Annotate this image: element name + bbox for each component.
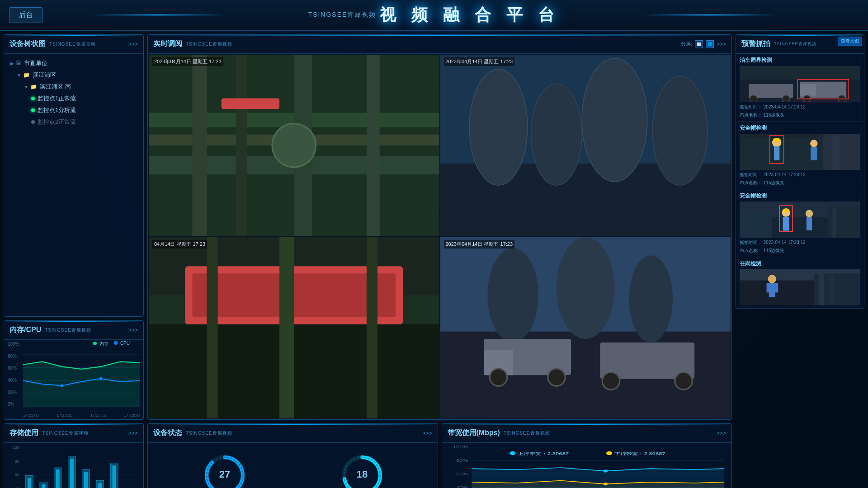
bottom-center-row: 设备状态 TSINGSEE青犀视频 >>> 27 已启用: [147, 423, 732, 488]
svg-rect-136: [783, 208, 789, 212]
video-cell-2[interactable]: 2023年04月14日 星期五 17:23: [440, 55, 731, 236]
header-logo: TSINGSEE青犀视频: [308, 11, 377, 19]
realtime-header: 实时调阅 TSINGSEE青犀视频 分屏:: [148, 35, 731, 54]
device-status-more[interactable]: >>>: [422, 430, 432, 436]
svg-point-107: [509, 451, 515, 455]
bandwidth-header: 带宽使用(Mbps) TSINGSEE青犀视频 >>>: [442, 424, 732, 443]
device-status-title: 设备状态: [153, 428, 182, 438]
svg-point-81: [675, 372, 692, 389]
svg-point-119: [782, 95, 789, 102]
svg-point-78: [547, 368, 565, 386]
svg-rect-135: [783, 217, 789, 231]
svg-rect-48: [192, 55, 207, 236]
single-view-icon[interactable]: [695, 40, 703, 48]
video-cell-4[interactable]: 2023年04月14日 星期五 17:23: [440, 237, 731, 419]
device-tree-panel: 设备树状图 TSINGSEE青犀视频 >>> ▶ 🏛 市直单位 ▼ 📁 滨江浦区…: [4, 34, 144, 317]
realtime-more[interactable]: >>>: [717, 41, 726, 47]
alert-location-1: 布点名称： 115摄像头: [740, 112, 860, 118]
header: 后台 TSINGSEE青犀视频 视 频 融 合 平 台: [0, 0, 868, 31]
video-cell-3[interactable]: 04月14日 星期五 17:23: [149, 237, 439, 419]
svg-text:18: 18: [357, 469, 368, 480]
folder-icon: 📁: [23, 72, 30, 78]
svg-rect-142: [832, 208, 836, 238]
split-label: 分屏:: [681, 41, 692, 47]
tree-item-monitor1[interactable]: 监控点1正常流: [8, 93, 140, 104]
alert-item-3: 安全帽检测 查看大图: [736, 189, 864, 257]
cpu-y-labels: 100% 80% 60% 40% 20% 0%: [8, 342, 23, 407]
video-timestamp-4: 2023年04月14日 星期五 17:23: [444, 240, 515, 249]
alert-info-2: 抓拍时间： 2023-04-14 17:23:12: [740, 172, 860, 178]
svg-text:27: 27: [219, 469, 230, 480]
tree-label-monitor2: 监控点1分析流: [38, 106, 76, 114]
donut-enabled: 27 已启用: 27 未启用: 3: [201, 453, 249, 488]
bandwidth-more[interactable]: >>>: [717, 430, 726, 436]
status-green-1: [31, 97, 35, 100]
svg-point-73: [557, 237, 615, 339]
device-tree-more[interactable]: >>>: [128, 41, 138, 47]
alert-info-3: 抓拍时间： 2023-04-14 17:23:12: [740, 239, 860, 246]
tree-item-monitor3[interactable]: 监控点2正常流: [8, 116, 140, 128]
video-timestamp-3: 04月14日 星期五 17:23: [152, 240, 207, 249]
storage-more[interactable]: >>>: [128, 430, 138, 436]
svg-rect-31: [113, 465, 116, 488]
cpu-x-labels: 17:23:05 17:23:10 17:23:15 17:23:20: [23, 413, 140, 418]
svg-point-80: [602, 372, 620, 389]
alert-type-2: 安全帽检测: [740, 124, 767, 132]
svg-point-60: [652, 76, 708, 185]
video-grid: 2023年04月14日 星期五 17:23: [148, 54, 731, 419]
video-cell-1[interactable]: 2023年04月14日 星期五 17:23: [149, 55, 439, 236]
svg-text:100: 100: [12, 445, 19, 450]
tree-item-monitor2[interactable]: 监控点1分析流: [8, 104, 140, 116]
svg-point-74: [629, 255, 672, 343]
svg-rect-25: [70, 459, 74, 488]
svg-rect-127: [773, 138, 780, 141]
svg-point-72: [487, 248, 538, 343]
svg-rect-23: [56, 469, 59, 488]
alert-thumb-1: [740, 66, 860, 102]
svg-point-57: [469, 69, 528, 185]
svg-text:上行带宽：2.39687: 上行带宽：2.39687: [518, 452, 569, 456]
tree-label-monitor3: 监控点2正常流: [38, 118, 76, 126]
device-status-logo: TSINGSEE青犀视频: [186, 430, 232, 436]
svg-rect-140: [740, 210, 772, 238]
svg-rect-27: [84, 472, 88, 488]
back-button[interactable]: 后台: [9, 7, 42, 23]
svg-rect-128: [774, 146, 779, 160]
alert-thumb-2: [740, 134, 860, 170]
cpu-more[interactable]: >>>: [128, 327, 138, 333]
svg-point-149: [768, 275, 776, 283]
alert-location-3: 布点名称： 115摄像头: [740, 248, 860, 254]
device-tree-logo: TSINGSEE青犀视频: [49, 41, 96, 47]
cpu-title: 内存/CPU: [9, 325, 41, 335]
svg-rect-152: [775, 283, 778, 293]
video-timestamp-2: 2023年04月14日 星期五 17:23: [444, 57, 515, 66]
cpu-logo: TSINGSEE青犀视频: [45, 327, 91, 333]
bandwidth-panel: 带宽使用(Mbps) TSINGSEE青犀视频 >>> 100% 80%: [442, 423, 732, 488]
svg-rect-41: [710, 42, 712, 44]
header-deco-right: [642, 14, 778, 16]
cpu-chart-area: 内存 CPU 100% 80% 60% 40% 20% 0%: [4, 340, 143, 419]
tree-item-binjiang[interactable]: ▼ 📁 滨江浦区: [8, 69, 140, 81]
svg-point-52: [272, 124, 316, 167]
quad-view-icon[interactable]: [706, 40, 714, 48]
svg-text:80: 80: [15, 458, 19, 463]
alert-type-4: 在岗检测: [740, 260, 761, 267]
realtime-logo: TSINGSEE青犀视频: [186, 41, 232, 47]
svg-rect-150: [769, 283, 775, 297]
tree-item-binjiang-south[interactable]: ▼ 📁 滨江浦区-南: [8, 81, 140, 93]
tree-label-monitor1: 监控点1正常流: [38, 94, 76, 103]
alerts-panel: 预警抓拍 TSINGSEE青犀视频 >>> 泊车周界检测 查看大图: [736, 34, 864, 309]
tree-label-city: 市直单位: [24, 59, 47, 67]
bandwidth-logo: TSINGSEE青犀视频: [504, 430, 550, 436]
alert-item-1: 泊车周界检测 查看大图: [736, 54, 864, 122]
cpu-header: 内存/CPU TSINGSEE青犀视频 >>>: [4, 321, 143, 340]
storage-chart-area: 100 80 60 40 20: [4, 443, 143, 488]
storage-panel: 存储使用 TSINGSEE青犀视频 >>> 100 80 60 40: [4, 423, 144, 488]
svg-text:60%: 60%: [456, 472, 468, 476]
realtime-video-panel: 实时调阅 TSINGSEE青犀视频 分屏:: [147, 34, 732, 420]
tree-item-city[interactable]: ▶ 🏛 市直单位: [8, 57, 140, 69]
device-tree-title: 设备树状图: [9, 39, 46, 49]
device-status-panel: 设备状态 TSINGSEE青犀视频 >>> 27 已启用: [147, 423, 438, 488]
alert-view-btn-4[interactable]: 查看大图: [838, 37, 862, 46]
folder2-icon: 📁: [30, 84, 37, 90]
